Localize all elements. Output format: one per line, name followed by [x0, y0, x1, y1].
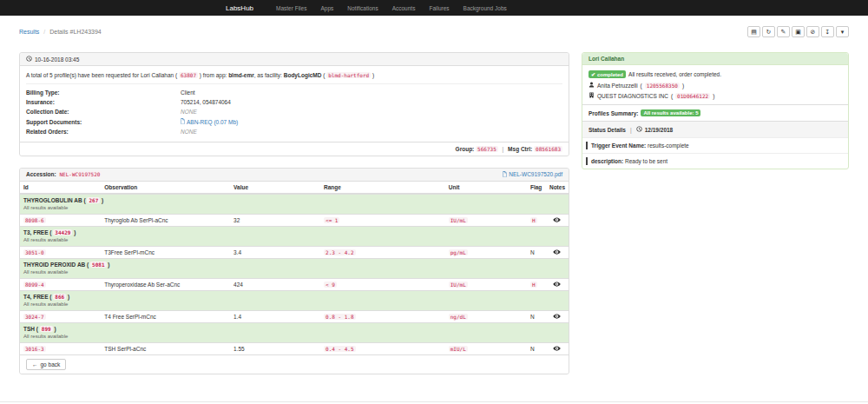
results-panel-footer: ← go back: [20, 354, 569, 374]
observation-name: Thyroperoxidase Ab Ser-aCnc: [101, 278, 230, 290]
observation-id: 3024-7: [23, 314, 46, 320]
observation-flag: N: [527, 246, 546, 258]
profile-group-row: T4, FREE ( 866 ) All results available: [20, 290, 569, 310]
refresh-button[interactable]: ↻: [762, 26, 775, 37]
request-summary: A total of 5 profile(s) have been reques…: [26, 71, 562, 80]
observation-id: 3051-0: [23, 249, 46, 255]
field-billing-type: Billing Type: Client: [26, 88, 562, 97]
download-button[interactable]: ↧: [821, 26, 834, 37]
nav-failures[interactable]: Failures: [422, 5, 456, 11]
profile-status: All results available: [23, 237, 565, 242]
nav-master-files[interactable]: Master Files: [269, 5, 313, 11]
file-text-button[interactable]: ▤: [747, 26, 760, 37]
copy-button[interactable]: ▣: [792, 26, 805, 37]
profiles-summary-row: Profiles Summary: All results available:…: [582, 104, 848, 121]
lab-row: QUEST DIAGNOSTICS INC ( 01D0646122 ): [589, 92, 842, 99]
profile-name: THYROGLOBULIN AB: [23, 197, 82, 203]
breadcrumb-results-link[interactable]: Results: [19, 29, 39, 35]
breadcrumb: Results / Details #LH243394: [19, 29, 102, 35]
provider-row: Anita Petruzzelli ( 1205568350 ): [589, 82, 842, 89]
description-label: description:: [591, 158, 623, 164]
profile-name: THYROID PEROXID AB: [23, 262, 85, 268]
trigger-event-label: Trigger Event Name:: [591, 142, 646, 149]
status-details-label: Status Details: [589, 127, 626, 133]
completed-badge: ✔ completed: [589, 70, 626, 78]
request-timestamp: 10-16-2018 03:45: [35, 56, 79, 63]
observation-range: 2.3 - 4.2: [324, 249, 356, 255]
divider: [26, 83, 562, 84]
trigger-event-row: Trigger Event Name: results-complete: [582, 137, 848, 153]
observation-row: 3024-7 T4 Free SerPl-mCnc 1.4 0.8 - 1.8 …: [20, 310, 569, 322]
observation-range: <= 1: [324, 217, 339, 223]
observation-id: 8099-4: [23, 281, 46, 288]
observation-name: Thyroglob Ab SerPl-aCnc: [101, 214, 230, 226]
profile-code: 5081: [90, 262, 106, 268]
file-icon: [181, 117, 185, 127]
results-table-header: Id Observation Value Range Unit Flag Not…: [20, 182, 569, 194]
profile-status: All results available: [23, 334, 565, 339]
result-pdf-link[interactable]: NEL-WC9197520.pdf: [503, 171, 562, 178]
observation-id: 8098-6: [23, 217, 46, 223]
breadcrumb-separator: /: [43, 29, 45, 35]
msg-ctrl-label: Msg Ctrl:: [508, 146, 532, 152]
nav-apps[interactable]: Apps: [313, 5, 340, 11]
edit-button[interactable]: ✎: [777, 26, 790, 37]
provider-code: 1205568350: [645, 83, 680, 89]
observation-unit: pg/mL: [449, 249, 468, 255]
nav-notifications[interactable]: Notifications: [340, 5, 385, 11]
nav-background-jobs[interactable]: Background Jobs: [457, 5, 514, 11]
patient-panel: Lori Callahan ✔ completed All results re…: [582, 52, 849, 169]
accession-label: Accession:: [26, 171, 56, 177]
copy-icon: ▣: [795, 29, 801, 35]
building-icon: [589, 92, 595, 99]
eye-icon[interactable]: [553, 314, 561, 320]
request-panel-heading: 10-16-2018 03:45: [20, 53, 569, 66]
order-status-text: All results received, order completed.: [628, 71, 721, 77]
ban-button[interactable]: ⊘: [806, 26, 819, 37]
ban-icon: ⊘: [811, 29, 816, 35]
facility-name: BodyLogicMD: [284, 72, 322, 78]
group-label: Group:: [456, 146, 475, 152]
nav-accounts[interactable]: Accounts: [385, 5, 423, 11]
field-related-orders: Related Orders: NONE: [26, 127, 562, 136]
request-panel-body: A total of 5 profile(s) have been reques…: [20, 66, 569, 142]
app-brand[interactable]: LabsHub: [217, 4, 269, 12]
col-flag: Flag: [527, 182, 546, 194]
profile-group-row: THYROGLOBULIN AB ( 267 ) All results ava…: [20, 194, 569, 215]
support-document-link[interactable]: ABN-REQ (0.07 Mb): [181, 117, 238, 127]
col-value: Value: [230, 182, 320, 194]
accession: Accession: NEL-WC9197520: [26, 171, 102, 177]
description-value: Ready to be sent: [625, 158, 667, 164]
observation-row: 8098-6 Thyroglob Ab SerPl-aCnc 32 <= 1 I…: [20, 214, 569, 226]
results-panel-heading: Accession: NEL-WC9197520 NEL-WC9197520.p…: [20, 169, 569, 182]
observation-unit: IU/mL: [449, 217, 468, 223]
topbar: Results / Details #LH243394 ▤ ↻ ✎ ▣ ⊘ ↧ …: [0, 16, 868, 42]
observation-name: TSH SerPl-aCnc: [101, 342, 230, 354]
col-id: Id: [20, 182, 101, 194]
results-table: Id Observation Value Range Unit Flag Not…: [20, 182, 569, 354]
profile-status: All results available: [23, 269, 565, 275]
description-row: description: Ready to be sent: [582, 153, 848, 169]
facility-code: blmd-hartford: [326, 72, 371, 78]
observation-unit: mIU/L: [449, 346, 468, 352]
observation-unit: ng/dL: [449, 314, 468, 320]
page-footer: LabsHub © 2018 | ● All Systems Operation…: [0, 401, 868, 404]
eye-icon[interactable]: [553, 346, 561, 352]
go-back-button[interactable]: ← go back: [26, 359, 66, 370]
observation-flag: H: [530, 217, 537, 223]
back-arrow-icon: ←: [32, 361, 38, 368]
file-text-icon: ▤: [751, 29, 757, 35]
status-details-row: Status Details | 12/19/2018: [582, 121, 848, 137]
observation-name: T4 Free SerPl-mCnc: [101, 310, 230, 322]
eye-icon[interactable]: [553, 281, 561, 288]
field-collection-date: Collection Date: NONE: [26, 107, 562, 116]
more-actions-button[interactable]: ▾: [836, 26, 849, 37]
profile-group-row: T3, FREE ( 34429 ) All results available: [20, 226, 569, 246]
edit-icon: ✎: [781, 29, 786, 35]
eye-icon[interactable]: [553, 249, 561, 255]
profile-group-row: TSH ( 899 ) All results available: [20, 322, 569, 342]
top-navbar: LabsHub Master Files Apps Notifications …: [0, 0, 868, 16]
navbar-container: LabsHub Master Files Apps Notifications …: [217, 0, 651, 16]
breadcrumb-current: Details #LH243394: [49, 29, 102, 35]
eye-icon[interactable]: [553, 217, 561, 223]
